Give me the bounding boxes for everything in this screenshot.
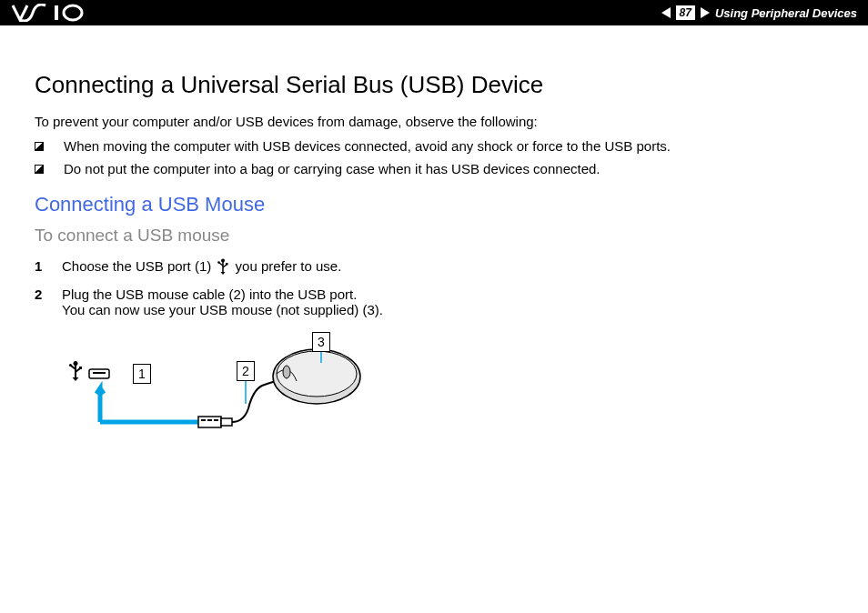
numbered-list: 1 Choose the USB port (1) you prefer to …: [35, 258, 833, 317]
sub-heading-gray: To connect a USB mouse: [35, 226, 833, 246]
svg-point-8: [69, 364, 72, 367]
usb-mouse-diagram: 1 2 3: [62, 336, 380, 454]
callout-2: 2: [237, 361, 255, 381]
svg-rect-9: [79, 367, 82, 369]
nav-prev-icon[interactable]: [661, 7, 671, 18]
header-nav: 87 Using Peripheral Devices: [661, 5, 857, 20]
svg-rect-15: [207, 419, 212, 421]
bullet-item: When moving the computer with USB device…: [35, 138, 833, 154]
bullet-text: When moving the computer with USB device…: [64, 138, 671, 154]
svg-point-4: [218, 261, 221, 264]
bullet-icon: [35, 165, 44, 174]
usb-icon: [217, 258, 229, 277]
svg-rect-13: [198, 417, 221, 427]
step-number: 1: [35, 258, 62, 274]
bullet-text: Do not put the computer into a bag or ca…: [64, 161, 601, 176]
svg-rect-0: [55, 5, 58, 20]
step-text: Choose the USB port (1) you prefer to us…: [62, 258, 341, 277]
svg-point-21: [283, 366, 290, 378]
step-number: 2: [35, 286, 62, 302]
svg-point-2: [221, 259, 225, 263]
svg-rect-11: [93, 372, 106, 374]
callout-3: 3: [312, 332, 330, 352]
nav-next-icon[interactable]: [701, 7, 710, 18]
header-bar: 87 Using Peripheral Devices: [0, 0, 868, 25]
header-title: Using Peripheral Devices: [715, 6, 857, 20]
main-heading: Connecting a Universal Serial Bus (USB) …: [35, 71, 833, 99]
svg-rect-17: [221, 418, 232, 426]
sub-heading-blue: Connecting a USB Mouse: [35, 193, 833, 216]
svg-rect-14: [201, 419, 206, 421]
step-item: 1 Choose the USB port (1) you prefer to …: [35, 258, 833, 277]
intro-text: To prevent your computer and/or USB devi…: [35, 114, 833, 129]
step-item: 2 Plug the USB mouse cable (2) into the …: [35, 286, 833, 317]
vaio-logo: [11, 4, 102, 22]
content-area: Connecting a Universal Serial Bus (USB) …: [0, 25, 868, 454]
step-text: Plug the USB mouse cable (2) into the US…: [62, 286, 383, 317]
bullet-item: Do not put the computer into a bag or ca…: [35, 161, 833, 176]
page-number: 87: [676, 5, 695, 20]
svg-rect-5: [226, 263, 228, 266]
svg-rect-16: [214, 419, 218, 421]
svg-point-1: [64, 5, 82, 20]
bullet-icon: [35, 142, 44, 151]
bullet-list: When moving the computer with USB device…: [35, 138, 833, 176]
callout-1: 1: [133, 364, 151, 384]
